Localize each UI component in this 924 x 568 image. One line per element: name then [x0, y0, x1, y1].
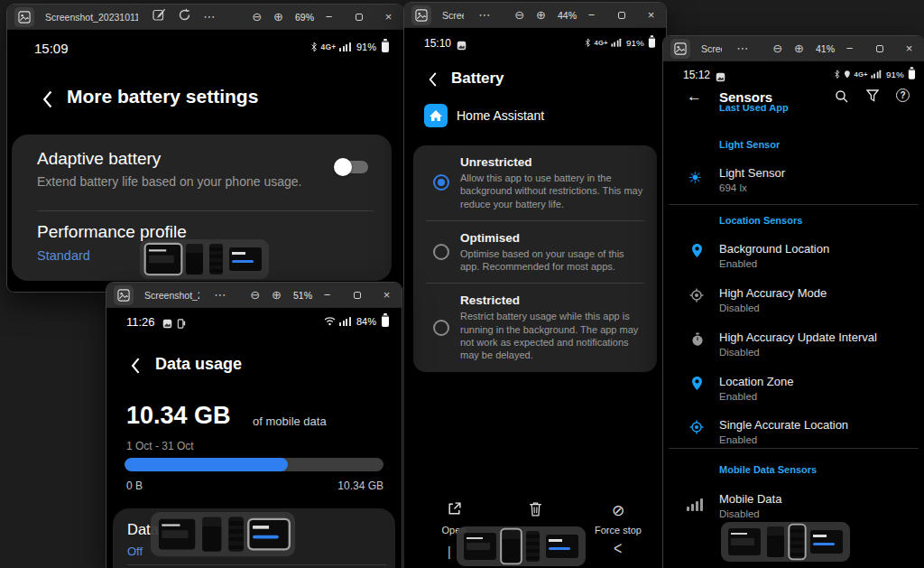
filmstrip-thumb-4[interactable] [810, 530, 843, 554]
page-title: More battery settings [67, 86, 258, 107]
minimize-button[interactable]: − [835, 36, 864, 61]
option-restricted[interactable]: Restricted Restrict battery usage while … [413, 284, 657, 371]
status-time: 15:10 [424, 37, 451, 50]
window-title: Screenshot_20231011_15095... [45, 12, 138, 23]
filmstrip-thumb-3[interactable] [526, 531, 540, 562]
close-button[interactable]: × [636, 3, 666, 27]
filmstrip-thumb-4[interactable] [546, 535, 578, 558]
sensor-item-location-zone[interactable]: Location Zone Enabled [719, 375, 793, 402]
status-icons: 4G+ 91% [310, 41, 389, 52]
filmstrip-thumb-2[interactable] [502, 530, 520, 563]
maximize-button[interactable] [344, 5, 374, 29]
filmstrip-thumb-3[interactable] [790, 526, 804, 558]
close-button[interactable]: × [372, 283, 402, 307]
filmstrip-thumb-2[interactable] [767, 526, 784, 557]
sensor-item-light-sensor[interactable]: Light Sensor 694 lx [719, 166, 785, 193]
help-icon[interactable]: ? [896, 88, 910, 102]
filmstrip-thumb-1[interactable] [159, 519, 195, 550]
data-usage-bar [125, 458, 383, 471]
zoom-out-icon[interactable]: ⊖ [772, 42, 782, 54]
location-pin-icon [687, 243, 707, 262]
close-button[interactable]: × [374, 5, 403, 29]
window-title: Screenshot_20231... [144, 290, 199, 301]
back-chevron-icon[interactable] [428, 71, 438, 91]
page-title: Battery [451, 70, 504, 88]
viewer-window-3: Scree... ⋯ ⊖ ⊕ 41% − × 15:12 4G+ [663, 36, 924, 568]
sensor-item-high-accuracy-mode[interactable]: High Accuracy Mode Disabled [719, 286, 827, 313]
filmstrip-thumb-2[interactable] [202, 517, 221, 552]
bar-max-label: 10.34 GB [337, 480, 383, 492]
option-description: Allow this app to use battery in the bac… [460, 172, 644, 210]
filmstrip-thumb-1[interactable] [464, 533, 496, 560]
status-time: 15:09 [34, 41, 69, 56]
bluetooth-icon [310, 42, 318, 52]
more-options-icon[interactable]: ⋯ [203, 11, 215, 23]
titlebar-4[interactable]: Screenshot_20231... ⋯ ⊖ ⊕ 51% − × [106, 283, 402, 308]
more-options-icon[interactable]: ⋯ [478, 9, 490, 21]
zoom-out-icon[interactable]: ⊖ [514, 9, 524, 21]
image-canvas-2[interactable]: 15:10 4G+ 91% Battery Home Assistant [404, 28, 666, 568]
option-description: Restrict battery usage while this app is… [460, 310, 644, 361]
maximize-button[interactable] [606, 3, 636, 27]
photos-app-icon [670, 39, 690, 59]
titlebar-3[interactable]: Scree... ⋯ ⊖ ⊕ 41% − × [663, 36, 924, 61]
more-options-icon[interactable]: ⋯ [214, 289, 226, 301]
nav-recent-icon[interactable]: | [448, 545, 451, 559]
filmstrip-thumb-1[interactable] [728, 528, 761, 555]
nav-back-icon[interactable]: < [614, 538, 622, 559]
image-canvas-4[interactable]: 11:26 84% Data usage 10.34 GB of mobile … [106, 308, 402, 568]
rotate-icon[interactable] [178, 8, 191, 25]
filmstrip-thumb-4[interactable] [229, 247, 262, 271]
minimize-button[interactable]: − [314, 5, 344, 29]
radio-icon[interactable] [433, 244, 449, 260]
image-canvas-3[interactable]: 15:12 4G+ 91% ← Sensors ? Last [663, 61, 924, 568]
zoom-in-icon[interactable]: ⊕ [273, 11, 283, 23]
uninstall-button[interactable] [497, 501, 573, 520]
back-arrow-icon[interactable]: ← [687, 88, 702, 106]
filmstrip-thumb-3[interactable] [228, 517, 244, 552]
minimize-button[interactable]: − [577, 3, 606, 27]
filmstrip-thumb-2[interactable] [186, 244, 203, 275]
filmstrip-thumb-1[interactable] [146, 245, 181, 274]
adaptive-battery-subtitle: Extend battery life based on your phone … [37, 174, 301, 189]
zoom-in-icon[interactable]: ⊕ [536, 9, 546, 21]
force-stop-button[interactable]: ⊘ Force stop [580, 501, 656, 535]
titlebar-1[interactable]: Screenshot_20231011_15095... ⋯ ⊖ ⊕ 69% −… [7, 5, 403, 30]
battery-options-card: Unrestricted Allow this app to use batte… [413, 145, 657, 372]
zoom-in-icon[interactable]: ⊕ [794, 42, 804, 54]
usage-amount: 10.34 GB [126, 402, 231, 430]
photo-notification-icon [457, 38, 467, 54]
minimize-button[interactable]: − [312, 283, 342, 307]
sensor-item-update-interval[interactable]: High Accuracy Update Interval Disabled [719, 331, 877, 358]
back-chevron-icon[interactable] [130, 357, 141, 378]
filmstrip-thumb-4[interactable] [249, 520, 288, 548]
more-options-icon[interactable]: ⋯ [736, 42, 748, 54]
filter-icon[interactable] [866, 89, 879, 106]
maximize-button[interactable] [342, 283, 372, 307]
edit-icon[interactable] [152, 8, 166, 25]
option-optimised[interactable]: Optimised Optimise based on your usage o… [413, 221, 657, 284]
sensor-item-mobile-data[interactable]: Mobile Data Disabled [719, 492, 781, 519]
section-label-light-sensor: Light Sensor [719, 139, 780, 150]
titlebar-2[interactable]: Scree... ⋯ ⊖ ⊕ 44% − × [404, 3, 666, 28]
zoom-out-icon[interactable]: ⊖ [252, 11, 262, 23]
maximize-button[interactable] [864, 36, 894, 61]
search-icon[interactable] [835, 89, 848, 107]
filmstrip-thumb-3[interactable] [209, 244, 223, 275]
network-badge: 4G+ [321, 42, 337, 51]
network-badge: 4G+ [594, 38, 607, 46]
sensor-item-single-accurate[interactable]: Single Accurate Location Enabled [719, 418, 848, 445]
sensor-item-background-location[interactable]: Background Location Enabled [719, 242, 829, 269]
option-unrestricted[interactable]: Unrestricted Allow this app to use batte… [413, 145, 657, 220]
zoom-in-icon[interactable]: ⊕ [272, 289, 282, 301]
image-canvas-1[interactable]: 15:09 4G+ 91% More battery settings Adap… [7, 30, 403, 292]
status-icons: 4G+ 91% [834, 69, 915, 79]
adaptive-battery-toggle[interactable] [334, 158, 368, 176]
zoom-out-icon[interactable]: ⊖ [250, 289, 260, 301]
back-chevron-icon[interactable] [42, 89, 53, 113]
filmstrip [721, 522, 850, 562]
trash-icon [529, 501, 542, 517]
close-button[interactable]: × [894, 36, 924, 61]
radio-selected-icon[interactable] [433, 174, 449, 191]
radio-icon[interactable] [433, 320, 449, 336]
